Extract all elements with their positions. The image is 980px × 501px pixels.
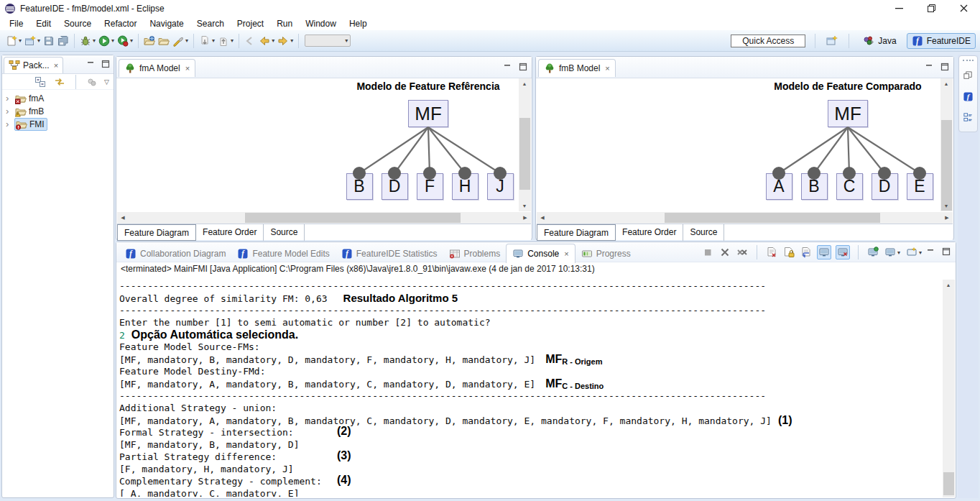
menu-run[interactable]: Run bbox=[270, 17, 299, 30]
previous-annotation-button[interactable]: ▾ bbox=[217, 34, 234, 48]
focus-task-button[interactable] bbox=[85, 75, 98, 89]
scrollbar-thumb[interactable] bbox=[941, 120, 952, 211]
featureide-view-button[interactable]: f bbox=[962, 90, 974, 104]
feature-node-J[interactable]: J bbox=[487, 173, 514, 200]
feature-node-B[interactable]: B bbox=[801, 173, 828, 200]
save-button[interactable] bbox=[42, 34, 55, 48]
page-tab-feature-order[interactable]: Feature Order bbox=[196, 224, 264, 241]
run-button[interactable]: ▾ bbox=[98, 34, 115, 48]
close-icon[interactable]: × bbox=[564, 249, 568, 258]
view-menu-icon[interactable]: ▽ bbox=[104, 78, 109, 86]
save-all-button[interactable] bbox=[57, 34, 70, 48]
close-icon[interactable]: × bbox=[54, 61, 58, 70]
console-tab-feature-model-edits[interactable]: fFeature Model Edits bbox=[231, 244, 335, 263]
package-explorer-tab[interactable]: Pack... × bbox=[4, 57, 63, 73]
menu-edit[interactable]: Edit bbox=[29, 17, 57, 30]
new-project-button[interactable]: ▾ bbox=[24, 34, 41, 48]
project-FMI[interactable]: ›FMI bbox=[2, 118, 114, 131]
scroll-right-icon[interactable]: ▶ bbox=[941, 212, 953, 223]
project-fmB[interactable]: ›fmB bbox=[2, 105, 114, 118]
feature-node-H[interactable]: H bbox=[452, 173, 479, 200]
feature-node-F[interactable]: F bbox=[417, 173, 443, 200]
next-annotation-button[interactable]: ▾ bbox=[198, 34, 216, 48]
clear-console-button[interactable] bbox=[765, 246, 778, 259]
console-vertical-scrollbar[interactable]: ▲ bbox=[943, 280, 955, 497]
word-wrap-button[interactable] bbox=[800, 246, 813, 259]
scroll-lock-button[interactable] bbox=[782, 246, 795, 259]
coverage-button[interactable]: ▾ bbox=[116, 34, 134, 48]
minimize-view-icon[interactable] bbox=[926, 247, 935, 256]
scrollbar-thumb[interactable] bbox=[519, 118, 530, 190]
console-tab-featureide-statistics[interactable]: fFeatureIDE Statistics bbox=[336, 244, 443, 263]
feature-node-MF[interactable]: MF bbox=[408, 100, 448, 127]
page-tab-source[interactable]: Source bbox=[264, 224, 305, 241]
perspective-featureide-button[interactable]: f FeatureIDE bbox=[907, 33, 976, 49]
scroll-right-icon[interactable]: ▶ bbox=[519, 212, 531, 223]
horizontal-scrollbar[interactable]: ◀▶ bbox=[537, 212, 953, 224]
display-selected-console-button[interactable]: ▾ bbox=[884, 246, 901, 259]
scroll-left-icon[interactable]: ◀ bbox=[537, 212, 548, 223]
drag-handle[interactable] bbox=[963, 60, 974, 62]
window-restore-button[interactable] bbox=[915, 0, 948, 17]
feature-node-C[interactable]: C bbox=[836, 173, 863, 200]
editor-tab-fmB[interactable]: fmB Model× bbox=[538, 59, 616, 77]
open-folder-button[interactable] bbox=[157, 34, 170, 48]
feature-node-D[interactable]: D bbox=[382, 173, 408, 200]
outline-view-button[interactable] bbox=[962, 111, 974, 124]
terminate-button[interactable] bbox=[701, 246, 714, 259]
restore-view-button[interactable] bbox=[962, 69, 974, 83]
vertical-scrollbar[interactable]: ▲▼ bbox=[519, 78, 531, 211]
console-tab-progress[interactable]: Progress bbox=[575, 244, 637, 263]
show-stdout-button[interactable] bbox=[817, 245, 831, 259]
link-editor-button[interactable] bbox=[53, 75, 66, 89]
last-edit-button[interactable] bbox=[244, 34, 256, 48]
maximize-view-icon[interactable] bbox=[940, 63, 949, 71]
scrollbar-thumb[interactable] bbox=[245, 213, 461, 223]
chevron-right-icon[interactable]: › bbox=[6, 120, 14, 129]
maximize-view-icon[interactable] bbox=[519, 63, 527, 71]
chevron-right-icon[interactable]: › bbox=[6, 107, 14, 116]
maximize-view-icon[interactable] bbox=[942, 247, 951, 256]
remove-launch-button[interactable] bbox=[718, 246, 731, 259]
close-icon[interactable]: × bbox=[605, 64, 609, 73]
feature-node-MF[interactable]: MF bbox=[828, 100, 868, 127]
menu-project[interactable]: Project bbox=[231, 17, 270, 30]
feature-node-D[interactable]: D bbox=[872, 173, 898, 200]
page-tab-feature-diagram[interactable]: Feature Diagram bbox=[117, 224, 196, 241]
page-tab-feature-diagram[interactable]: Feature Diagram bbox=[537, 224, 616, 241]
minimize-view-icon[interactable] bbox=[925, 63, 933, 71]
chevron-right-icon[interactable]: › bbox=[6, 94, 14, 103]
scroll-down-icon[interactable]: ▼ bbox=[519, 201, 530, 211]
menu-window[interactable]: Window bbox=[299, 17, 343, 30]
show-stderr-button[interactable] bbox=[836, 245, 850, 259]
zoom-combo[interactable]: ▾ bbox=[305, 35, 351, 47]
page-tab-source[interactable]: Source bbox=[683, 224, 724, 241]
pin-console-button[interactable] bbox=[866, 246, 879, 259]
menu-source[interactable]: Source bbox=[57, 17, 98, 30]
open-perspective-button[interactable] bbox=[826, 34, 838, 48]
console-tab-problems[interactable]: Problems bbox=[443, 244, 507, 263]
close-icon[interactable]: × bbox=[185, 64, 190, 73]
menu-refactor[interactable]: Refactor bbox=[98, 17, 143, 30]
console-output[interactable]: ----------------------------------------… bbox=[119, 280, 941, 497]
scroll-up-icon[interactable]: ▲ bbox=[519, 78, 530, 89]
remove-all-terminated-button[interactable] bbox=[736, 246, 749, 259]
open-browser-button[interactable] bbox=[143, 34, 156, 48]
quick-access-field[interactable]: Quick Access bbox=[731, 35, 805, 47]
scroll-up-icon[interactable]: ▲ bbox=[940, 78, 952, 89]
feature-diagram-canvas[interactable]: Modelo de Feature RefêrenciaMFBDFHJ bbox=[117, 78, 519, 211]
page-tab-feature-order[interactable]: Feature Order bbox=[616, 224, 683, 241]
paint-button[interactable]: ▾ bbox=[172, 34, 189, 48]
minimize-view-icon[interactable] bbox=[503, 63, 512, 71]
feature-diagram-canvas[interactable]: Modelo de Feature ComparadoMFABCDE bbox=[537, 78, 940, 211]
window-minimize-button[interactable] bbox=[883, 0, 915, 17]
scroll-down-icon[interactable]: ▼ bbox=[940, 201, 952, 211]
maximize-view-icon[interactable] bbox=[101, 60, 110, 68]
menu-help[interactable]: Help bbox=[343, 17, 374, 30]
editor-tab-fmA[interactable]: fmA Model× bbox=[119, 59, 195, 77]
menu-navigate[interactable]: Navigate bbox=[143, 17, 190, 30]
vertical-scrollbar[interactable]: ▲▼ bbox=[940, 78, 953, 211]
project-fmA[interactable]: ›fmA bbox=[2, 92, 114, 105]
forward-button[interactable]: ▾ bbox=[277, 34, 294, 48]
perspective-java-button[interactable]: Java bbox=[859, 34, 900, 48]
